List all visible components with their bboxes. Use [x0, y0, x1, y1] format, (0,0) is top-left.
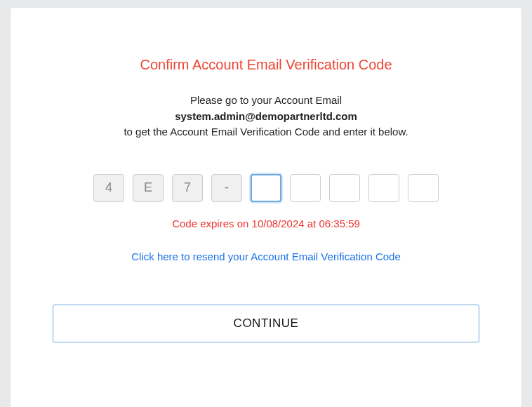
instruction-text: Please go to your Account Email system.a…	[53, 93, 479, 140]
code-input-row	[53, 174, 479, 202]
instruction-line1: Please go to your Account Email	[190, 94, 342, 106]
page-title: Confirm Account Email Verification Code	[53, 57, 479, 73]
account-email: system.admin@demopartnerltd.com	[175, 110, 357, 122]
continue-button[interactable]: CONTINUE	[53, 305, 479, 342]
code-box-6[interactable]	[290, 174, 321, 202]
code-box-1[interactable]	[93, 174, 124, 202]
code-box-4[interactable]	[211, 174, 242, 202]
code-box-2[interactable]	[133, 174, 164, 202]
expiry-text: Code expires on 10/08/2024 at 06:35:59	[53, 218, 479, 229]
code-box-8[interactable]	[368, 174, 399, 202]
code-box-3[interactable]	[172, 174, 203, 202]
code-box-5[interactable]	[251, 174, 281, 202]
code-box-7[interactable]	[329, 174, 360, 202]
code-box-9[interactable]	[408, 174, 439, 202]
instruction-line2: to get the Account Email Verification Co…	[124, 126, 408, 138]
verification-card: Confirm Account Email Verification Code …	[10, 7, 522, 407]
resend-link[interactable]: Click here to resend your Account Email …	[131, 251, 401, 262]
